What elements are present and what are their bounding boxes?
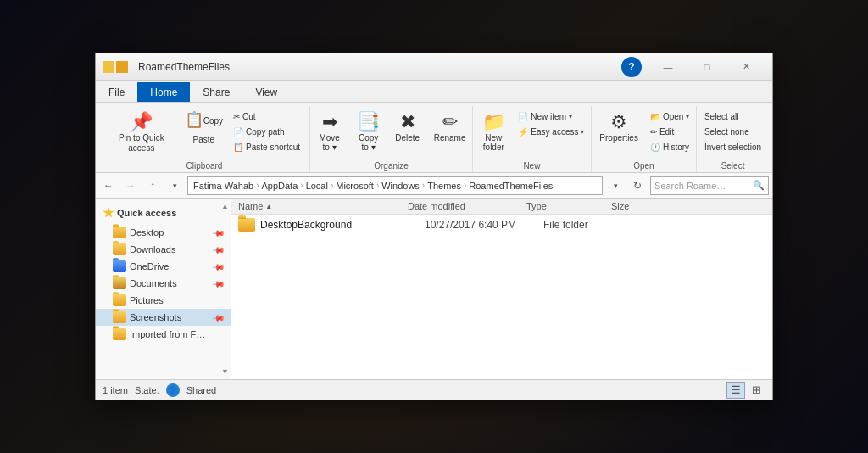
search-box[interactable]: Search Roame… 🔍 (650, 176, 769, 195)
sidebar: ▲ ★ Quick access Desktop 📌 Downloads 📌 O… (96, 199, 231, 379)
new-folder-button[interactable]: 📁 Newfolder (475, 109, 512, 155)
organize-buttons: ➡ Moveto ▾ 📑 Copyto ▾ ✖ Delete ✏ Rename (311, 106, 472, 161)
delete-button[interactable]: ✖ Delete (389, 109, 426, 146)
edit-button[interactable]: ✏ Edit (646, 125, 693, 139)
recent-locations-button[interactable]: ▾ (165, 176, 184, 195)
invert-selection-button[interactable]: Invert selection (700, 140, 765, 154)
sidebar-item-pictures[interactable]: Pictures (96, 292, 231, 309)
copy-to-icon: 📑 (357, 113, 380, 131)
easy-access-button[interactable]: ⚡ Easy access ▾ (514, 125, 588, 139)
select-none-button[interactable]: Select none (700, 125, 765, 139)
copy-path-button[interactable]: 📄 Copy path (229, 125, 304, 139)
ribbon-group-new: 📁 Newfolder 📄 New item ▾ ⚡ Easy access ▾ (473, 106, 592, 172)
properties-button[interactable]: ⚙ Properties (593, 109, 644, 146)
new-item-button[interactable]: 📄 New item ▾ (514, 109, 588, 124)
select-all-button[interactable]: Select all (700, 109, 765, 124)
shared-icon: 👤 (166, 383, 180, 397)
address-bar[interactable]: Fatima Wahab › AppData › Local › Microso… (187, 176, 603, 195)
window-title: RoamedThemeFiles (138, 61, 621, 73)
detail-view-button[interactable]: ⊞ (747, 382, 765, 399)
address-sep: › (376, 181, 379, 190)
open-buttons: ⚙ Properties 📂 Open ▾ ✏ Edit (593, 106, 693, 161)
maximize-button[interactable]: □ (687, 54, 726, 80)
col-header-size[interactable]: Size (611, 201, 679, 211)
paste-shortcut-button[interactable]: 📋 Paste shortcut (229, 140, 304, 154)
sidebar-item-label: OneDrive (130, 261, 169, 271)
explorer-window: RoamedThemeFiles ? — □ ✕ File Home Share… (95, 53, 773, 400)
open-button[interactable]: 📂 Open ▾ (646, 109, 693, 124)
refresh-button[interactable]: ↻ (628, 176, 647, 195)
address-part: Local (306, 181, 328, 191)
select-buttons: Select all Select none Invert selection (700, 106, 765, 161)
history-button[interactable]: 🕐 History (646, 140, 693, 154)
tab-home[interactable]: Home (137, 82, 190, 102)
search-icon: 🔍 (753, 180, 765, 191)
col-header-name[interactable]: Name ▲ (238, 201, 408, 211)
state-value: Shared (186, 385, 216, 395)
address-sep: › (331, 181, 333, 190)
address-dropdown-button[interactable]: ▾ (606, 176, 625, 195)
sidebar-item-onedrive[interactable]: OneDrive 📌 (96, 258, 231, 275)
file-row[interactable]: DesktopBackground 10/27/2017 6:40 PM Fil… (231, 215, 772, 236)
file-type: File folder (543, 219, 628, 231)
sidebar-quick-access-header[interactable]: ▲ ★ Quick access (96, 202, 231, 224)
tab-share[interactable]: Share (190, 82, 242, 102)
sidebar-item-imported[interactable]: Imported from F… (96, 326, 231, 343)
paste-button[interactable]: Paste (181, 132, 227, 147)
clipboard-small-stack: ✂ Cut 📄 Copy path 📋 Paste shortcut (229, 109, 304, 154)
forward-button[interactable]: → (121, 176, 140, 195)
pin-icon: 📌 (212, 243, 225, 256)
col-header-date[interactable]: Date modified (408, 201, 526, 211)
sidebar-item-label: Pictures (130, 295, 164, 305)
ribbon-tab-bar: File Home Share View (96, 81, 772, 103)
pin-to-quick-access-button[interactable]: 📌 Pin to Quick access (104, 109, 179, 157)
easy-access-icon: ⚡ (518, 127, 528, 137)
clipboard-label: Clipboard (186, 161, 223, 172)
folder-icon (113, 243, 126, 255)
help-button[interactable]: ? (621, 57, 642, 77)
close-button[interactable]: ✕ (726, 54, 765, 80)
main-area: ▲ ★ Quick access Desktop 📌 Downloads 📌 O… (96, 199, 772, 379)
sidebar-scroll-down[interactable]: ▼ (221, 367, 229, 376)
title-bar: RoamedThemeFiles ? — □ ✕ (96, 53, 772, 81)
address-sep: › (464, 181, 466, 190)
sidebar-item-desktop[interactable]: Desktop 📌 (96, 224, 231, 241)
title-bar-icons (103, 61, 128, 73)
copy-button[interactable]: 📋 Copy (181, 109, 227, 131)
tab-file[interactable]: File (96, 82, 137, 102)
file-list: Name ▲ Date modified Type Size DesktopBa… (231, 199, 772, 379)
tab-view[interactable]: View (242, 82, 290, 102)
folder-icon (113, 277, 126, 289)
address-sep: › (256, 181, 259, 190)
address-bar-area: ← → ↑ ▾ Fatima Wahab › AppData › Local ›… (96, 173, 772, 199)
file-name: DesktopBackground (260, 219, 425, 231)
move-to-button[interactable]: ➡ Moveto ▾ (311, 109, 348, 155)
ribbon-group-select: Select all Select none Invert selection … (697, 106, 769, 172)
ribbon: File Home Share View 📌 Pin to Quick acce… (96, 81, 772, 173)
address-part: Fatima Wahab (193, 181, 253, 191)
folder-icon (113, 311, 126, 323)
back-button[interactable]: ← (99, 176, 118, 195)
up-button[interactable]: ↑ (143, 176, 162, 195)
sidebar-item-screenshots[interactable]: Screenshots 📌 (96, 309, 231, 326)
pin-icon: 📌 (212, 260, 225, 273)
search-placeholder: Search Roame… (654, 181, 750, 191)
sidebar-item-label: Documents (130, 278, 177, 288)
rename-button[interactable]: ✏ Rename (428, 109, 472, 146)
app-icon-folder (116, 61, 128, 73)
list-view-button[interactable]: ☰ (726, 382, 745, 399)
paste-shortcut-icon: 📋 (233, 143, 243, 152)
organize-label: Organize (374, 161, 409, 172)
select-label: Select (721, 161, 745, 172)
minimize-button[interactable]: — (648, 54, 687, 80)
col-header-type[interactable]: Type (526, 201, 611, 211)
pin-icon: 📌 (130, 113, 153, 131)
pin-icon: 📌 (212, 226, 225, 239)
sidebar-item-downloads[interactable]: Downloads 📌 (96, 241, 231, 258)
copy-to-button[interactable]: 📑 Copyto ▾ (350, 109, 387, 155)
cut-button[interactable]: ✂ Cut (229, 109, 304, 124)
address-sep: › (300, 181, 303, 190)
quick-access-star-icon: ★ (103, 205, 114, 221)
sidebar-item-label: Screenshots (130, 312, 181, 322)
sidebar-item-documents[interactable]: Documents 📌 (96, 275, 231, 292)
